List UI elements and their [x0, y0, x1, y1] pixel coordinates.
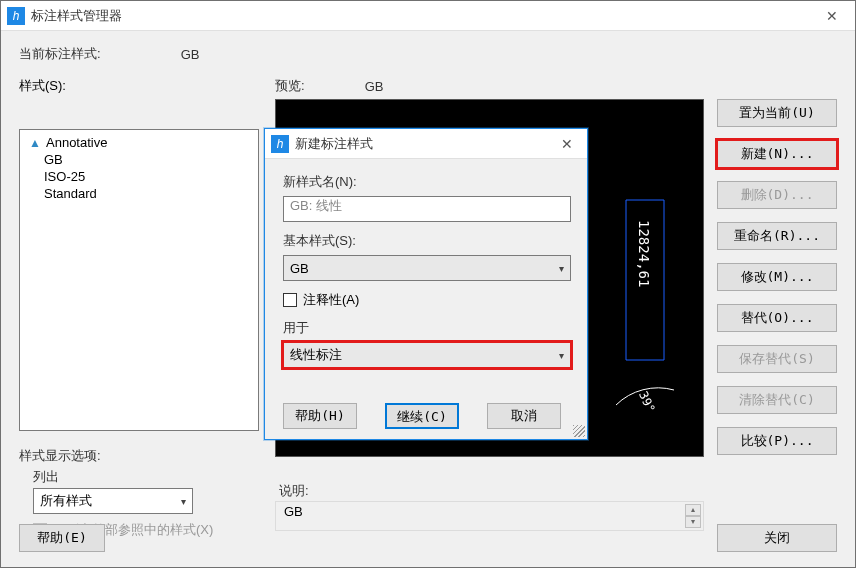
new-name-value: GB: 线性	[290, 198, 342, 213]
list-filter-combo[interactable]: 所有样式 ▾	[33, 488, 193, 514]
list-item-label: GB	[44, 152, 63, 167]
modal-button-row: 帮助(H) 继续(C) 取消	[283, 403, 561, 429]
base-style-value: GB	[290, 261, 309, 276]
help-button[interactable]: 帮助(E)	[19, 524, 105, 552]
compare-button[interactable]: 比较(P)...	[717, 427, 837, 455]
style-listbox[interactable]: ▲ Annotative GB ISO-25 Standard	[19, 129, 259, 431]
continue-button[interactable]: 继续(C)	[385, 403, 459, 429]
used-for-value: 线性标注	[290, 346, 342, 364]
new-button[interactable]: 新建(N)...	[717, 140, 837, 168]
preview-row: 预览: GB	[275, 77, 383, 95]
description-label: 说明:	[279, 482, 309, 500]
used-for-label: 用于	[283, 319, 569, 337]
modify-button[interactable]: 修改(M)...	[717, 263, 837, 291]
desc-scrollbar[interactable]: ▴ ▾	[685, 504, 701, 528]
dimension-value: 12824,61	[636, 220, 652, 287]
new-name-label: 新样式名(N):	[283, 173, 569, 191]
close-button[interactable]: 关闭	[717, 524, 837, 552]
action-buttons-sidebar: 置为当前(U) 新建(N)... 删除(D)... 重命名(R)... 修改(M…	[717, 99, 837, 455]
modal-body: 新样式名(N): GB: 线性 基本样式(S): GB ▾ 注释性(A) 用于 …	[265, 159, 587, 439]
close-icon[interactable]: ✕	[809, 1, 855, 31]
preview-label: 预览:	[275, 77, 305, 95]
modal-help-button[interactable]: 帮助(H)	[283, 403, 357, 429]
current-style-label: 当前标注样式:	[19, 45, 101, 63]
base-style-combo[interactable]: GB ▾	[283, 255, 571, 281]
list-item-label: ISO-25	[44, 169, 85, 184]
chevron-down-icon: ▾	[181, 496, 186, 507]
main-titlebar: h 标注样式管理器 ✕	[1, 1, 855, 31]
app-icon: h	[7, 7, 25, 25]
preview-style: GB	[365, 79, 384, 94]
list-item-label: Annotative	[46, 135, 107, 150]
current-style-value: GB	[181, 47, 200, 62]
resize-grip-icon[interactable]	[573, 425, 585, 437]
delete-button[interactable]: 删除(D)...	[717, 181, 837, 209]
annotative-label: 注释性(A)	[303, 291, 359, 309]
styles-label: 样式(S):	[19, 77, 66, 95]
list-item[interactable]: ISO-25	[26, 168, 252, 185]
chevron-down-icon: ▾	[559, 350, 564, 361]
new-dim-style-dialog: h 新建标注样式 ✕ 新样式名(N): GB: 线性 基本样式(S): GB ▾…	[264, 128, 588, 440]
set-current-button[interactable]: 置为当前(U)	[717, 99, 837, 127]
used-for-combo[interactable]: 线性标注 ▾	[283, 342, 571, 368]
window-title: 标注样式管理器	[31, 7, 809, 25]
chevron-down-icon: ▾	[559, 263, 564, 274]
scroll-up-icon[interactable]: ▴	[685, 504, 701, 516]
save-override-button[interactable]: 保存替代(S)	[717, 345, 837, 373]
clear-override-button[interactable]: 清除替代(C)	[717, 386, 837, 414]
list-item-label: Standard	[44, 186, 97, 201]
app-icon: h	[271, 135, 289, 153]
list-item[interactable]: ▲ Annotative	[26, 134, 252, 151]
current-style-row: 当前标注样式: GB	[19, 45, 199, 63]
rename-button[interactable]: 重命名(R)...	[717, 222, 837, 250]
close-icon[interactable]: ✕	[547, 129, 587, 159]
list-item[interactable]: Standard	[26, 185, 252, 202]
description-box: GB ▴ ▾	[275, 501, 704, 531]
override-button[interactable]: 替代(O)...	[717, 304, 837, 332]
annotative-checkbox[interactable]: 注释性(A)	[283, 291, 569, 309]
description-value: GB	[284, 504, 303, 519]
new-name-field[interactable]: GB: 线性	[283, 196, 571, 222]
annotative-icon: ▲	[28, 136, 42, 150]
base-style-label: 基本样式(S):	[283, 232, 569, 250]
modal-title: 新建标注样式	[295, 135, 547, 153]
checkbox-icon	[283, 293, 297, 307]
cancel-button[interactable]: 取消	[487, 403, 561, 429]
list-item[interactable]: GB	[26, 151, 252, 168]
modal-titlebar: h 新建标注样式 ✕	[265, 129, 587, 159]
combo-value: 所有样式	[40, 492, 92, 510]
scroll-down-icon[interactable]: ▾	[685, 516, 701, 528]
display-options-label: 样式显示选项:	[19, 447, 101, 465]
list-out-label: 列出	[33, 468, 59, 486]
